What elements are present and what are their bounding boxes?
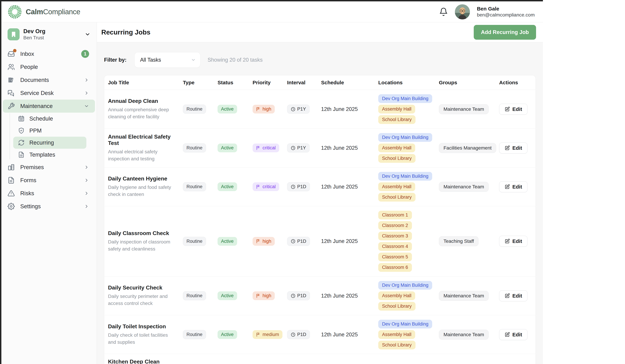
schedule-icon-wrap (18, 115, 25, 122)
sidebar-subitem-templates[interactable]: Templates (13, 149, 86, 161)
schedule-cell: 12th June 2025 (321, 106, 378, 112)
sidebar-item-maintenance[interactable]: Maintenance (3, 100, 95, 113)
priority-cell: critical (252, 144, 287, 152)
notifications-bell-icon[interactable] (439, 7, 448, 16)
org-selector[interactable]: Dev Org Ben Trust (1, 26, 97, 43)
table-row-daily-security-check: Daily Security Check Daily security peri… (104, 276, 535, 315)
schedule-date: 12th June 2025 (321, 145, 358, 151)
forms-icon-wrap (7, 177, 15, 184)
sidebar-item-label: Documents (20, 77, 49, 83)
sidebar-item-settings[interactable]: Settings (3, 200, 95, 213)
flag-icon (256, 184, 261, 189)
status-cell: Active (218, 105, 252, 114)
edit-button[interactable]: Edit (499, 181, 528, 192)
type-cell: Routine (183, 291, 218, 300)
actions-cell: Edit (499, 329, 535, 340)
org-chevron-down-icon (85, 31, 91, 37)
sidebar-item-inbox[interactable]: Inbox 1 (3, 47, 95, 61)
table-body: Annual Deep Clean Annual comprehensive d… (104, 90, 535, 364)
interval-label: P1Y (297, 145, 306, 151)
job-title-cell: Daily Canteen Hygiene Daily hygiene and … (104, 176, 183, 198)
status-badge: Active (218, 182, 237, 191)
documents-icon-wrap (7, 76, 15, 84)
sidebar-item-people[interactable]: People (3, 61, 95, 73)
interval-label: P1D (297, 239, 306, 244)
edit-label: Edit (512, 184, 522, 190)
priority-cell: critical (252, 182, 287, 191)
priority-cell: high (252, 237, 287, 246)
add-recurring-job-button[interactable]: Add Recurring Job (474, 25, 536, 40)
type-badge: Routine (183, 182, 206, 191)
location-badge: Dev Org Main Building (378, 133, 432, 142)
edit-icon (504, 184, 510, 189)
edit-label: Edit (512, 106, 522, 112)
table-row-annual-electrical-safety-test: Annual Electrical Safety Test Annual ele… (104, 129, 535, 167)
priority-label: critical (263, 184, 276, 189)
group-badge: Maintenance Team (439, 291, 489, 301)
column-header-priority: Priority (252, 80, 287, 86)
task-filter-select[interactable]: All Tasks (134, 52, 200, 68)
chev-right-icon (84, 77, 89, 83)
sidebar-item-forms[interactable]: Forms (3, 174, 95, 187)
priority-label: critical (263, 145, 276, 151)
user-avatar[interactable] (455, 4, 470, 19)
edit-icon (504, 106, 510, 112)
org-building-icon (7, 28, 20, 40)
edit-button[interactable]: Edit (499, 236, 528, 247)
sidebar-item-label: Risks (20, 190, 34, 197)
type-badge: Routine (183, 291, 206, 300)
edit-button[interactable]: Edit (499, 329, 528, 340)
sidebar-subitem-schedule[interactable]: Schedule (13, 113, 86, 125)
column-header-interval: Interval (287, 80, 321, 86)
table-row-kitchen-deep-clean: Kitchen Deep Clean Weekly deep cleaning … (104, 354, 535, 364)
group-badge: Maintenance Team (439, 330, 489, 340)
location-badge: Assembly Hall (378, 330, 415, 339)
maintenance-icon-wrap (7, 102, 15, 110)
priority-badge: critical (252, 144, 279, 152)
location-badge: School Library (378, 115, 415, 124)
sidebar-subitem-label: PPM (29, 127, 42, 134)
status-cell: Active (218, 237, 252, 246)
clock-icon (291, 107, 295, 112)
edit-button[interactable]: Edit (499, 290, 528, 301)
edit-button[interactable]: Edit (499, 143, 528, 153)
content-area: Filter by: All Tasks Showing 20 of 20 ta… (97, 42, 543, 364)
status-badge: Active (218, 237, 237, 246)
edit-icon (504, 293, 510, 299)
sidebar-subitem-label: Recurring (29, 139, 54, 146)
sidebar: Dev Org Ben Trust Inbox 1 People Documen… (1, 22, 97, 364)
status-cell: Active (218, 182, 252, 191)
brand-logo: CalmCompliance (7, 4, 80, 20)
table-header-row: Job TitleTypeStatusPriorityIntervalSched… (104, 75, 535, 90)
sidebar-item-service-desk[interactable]: Service Desk (3, 87, 95, 100)
user-info[interactable]: Ben Gale ben@calmcompliance.com (477, 5, 535, 18)
type-cell: Routine (183, 237, 218, 246)
sidebar-subitem-recurring[interactable]: Recurring (13, 137, 86, 149)
priority-cell: high (252, 291, 287, 300)
sidebar-item-risks[interactable]: Risks (3, 187, 95, 200)
clock-icon (291, 239, 295, 244)
job-title-cell: Kitchen Deep Clean Weekly deep cleaning … (104, 359, 183, 364)
location-badge: Assembly Hall (378, 144, 415, 152)
schedule-date: 12th June 2025 (321, 293, 358, 299)
status-badge: Active (218, 105, 237, 114)
type-badge: Routine (183, 105, 206, 114)
job-title: Daily Toilet Inspection (108, 323, 183, 330)
schedule-cell: 12th June 2025 (321, 332, 378, 338)
job-title: Annual Electrical Safety Test (108, 134, 183, 146)
groups-cell: Facilities Management (439, 143, 499, 153)
sidebar-item-documents[interactable]: Documents (3, 73, 95, 87)
location-badge: Assembly Hall (378, 105, 415, 114)
groups-cell: Maintenance Team (439, 182, 499, 192)
sidebar-item-premises[interactable]: Premises (3, 161, 95, 174)
job-title-cell: Daily Classroom Check Daily inspection o… (104, 230, 183, 252)
people-icon-wrap (7, 63, 15, 71)
edit-label: Edit (512, 293, 522, 299)
table-row-annual-deep-clean: Annual Deep Clean Annual comprehensive d… (104, 90, 535, 129)
sidebar-subitem-ppm[interactable]: PPM (13, 125, 86, 137)
sidebar-item-label: Premises (20, 164, 44, 171)
edit-button[interactable]: Edit (499, 104, 528, 115)
interval-cell: P1D (287, 330, 321, 339)
maintenance-submenu: Schedule PPM Recurring Templates (1, 113, 97, 161)
recurring-jobs-table: Job TitleTypeStatusPriorityIntervalSched… (104, 75, 536, 364)
